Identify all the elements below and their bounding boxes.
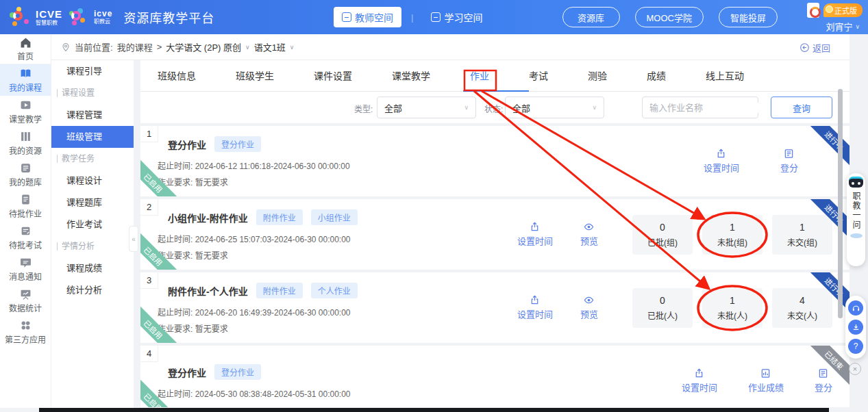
tab-exam[interactable]: 考试 xyxy=(529,60,548,92)
smart-casting-button[interactable]: 智能投屏 xyxy=(719,7,778,27)
stat-unreviewed[interactable]: 1 未批(人) xyxy=(702,288,762,328)
sidebar-item-my-resources[interactable]: 我的资源 xyxy=(0,127,51,159)
main-content: 班级信息 班级学生 课件设置 课堂教学 作业 考试 测验 成绩 线上互动 类型:… xyxy=(140,60,850,407)
type-filter-label: 类型: xyxy=(354,103,373,114)
tab-classroom-teaching[interactable]: 课堂教学 xyxy=(392,60,430,92)
brand-area: ICVE 智慧职教 icve 职教云 资源库教学平台 xyxy=(0,7,214,27)
location-icon xyxy=(61,42,71,52)
scrollbar-thumb[interactable] xyxy=(838,89,843,318)
chevron-down-icon: ∨ xyxy=(290,44,295,51)
submenu-item-course-management[interactable]: 课程管理 xyxy=(51,104,134,126)
homework-title[interactable]: 登分作业 xyxy=(168,365,206,379)
tab-homework[interactable]: 作业 xyxy=(470,60,489,92)
mooc-college-button[interactable]: MOOC学院 xyxy=(635,7,704,27)
chevron-down-icon: ∨ xyxy=(592,104,597,111)
stat-unsubmitted[interactable]: 1 未交(组) xyxy=(772,215,832,255)
status-filter-select[interactable]: 全部 ∨ xyxy=(505,96,604,118)
tab-quiz[interactable]: 测验 xyxy=(588,60,607,92)
download-button[interactable] xyxy=(848,320,863,335)
query-button[interactable]: 查询 xyxy=(771,96,832,118)
homework-title[interactable]: 登分作业 xyxy=(168,138,206,151)
download-icon xyxy=(852,323,860,332)
stat-unreviewed[interactable]: 1 未批(组) xyxy=(702,215,762,255)
icve-zhijiaoyun-logo-icon xyxy=(68,7,88,27)
sidebar-item-my-question-bank[interactable]: 我的题库 xyxy=(0,159,51,190)
close-floating-button[interactable]: × xyxy=(849,363,861,375)
sidebar-item-pending-homework[interactable]: 待批作业 xyxy=(0,190,51,222)
sidebar-item-data-statistics[interactable]: 数据统计 xyxy=(0,285,51,316)
homework-requirement: 作业要求: 暂无要求 xyxy=(158,322,517,334)
homework-grades-button[interactable]: 作业成绩 xyxy=(748,368,784,394)
set-time-button[interactable]: 设置时间 xyxy=(704,149,739,174)
home-label: 首页 xyxy=(17,50,34,62)
cloud-decoration xyxy=(850,233,863,238)
set-time-button[interactable]: 设置时间 xyxy=(517,295,553,320)
platform-title: 资源库教学平台 xyxy=(123,8,214,26)
stat-reviewed[interactable]: 0 已批(人) xyxy=(632,288,693,328)
help-button[interactable]: ? xyxy=(848,339,863,354)
submenu-section-teaching-tasks: 教学任务 xyxy=(51,148,134,170)
stat-unsubmitted[interactable]: 4 未交(人) xyxy=(772,288,832,328)
breadcrumb-bar: 当前位置: 我的课程 > 大学语文 (2P) 原创 ∨ 语文1班 ∨ 返回 xyxy=(51,34,850,60)
chevron-down-icon: ∨ xyxy=(245,44,250,51)
preview-button[interactable]: 预览 xyxy=(580,295,598,320)
user-menu[interactable]: 刘宵宁 ∨ xyxy=(782,20,863,33)
type-filter-select[interactable]: 全部 ∨ xyxy=(377,96,476,118)
breadcrumb-class-dropdown[interactable]: 语文1班 xyxy=(254,40,286,53)
sidebar-item-notifications[interactable]: 消息通知 xyxy=(0,253,51,285)
learning-space-tab[interactable]: 学习空间 xyxy=(423,7,491,27)
set-time-icon xyxy=(530,295,540,305)
breadcrumb-my-courses[interactable]: 我的课程 xyxy=(117,40,153,53)
tab-online-interaction[interactable]: 线上互动 xyxy=(706,60,744,92)
sidebar-item-pending-exams[interactable]: 待批考试 xyxy=(0,222,51,253)
icve2-logo-text: icve 职教云 xyxy=(94,10,112,25)
library-icon xyxy=(20,131,32,142)
teacher-space-tab[interactable]: 教师空间 xyxy=(334,7,401,27)
homework-title[interactable]: 附件作业-个人作业 xyxy=(168,284,248,298)
back-button[interactable]: 返回 xyxy=(799,34,830,60)
homework-type-tag: 登分作业 xyxy=(214,364,261,380)
preview-eye-icon xyxy=(584,295,594,305)
set-time-button[interactable]: 设置时间 xyxy=(517,222,553,247)
icve-logo-text: ICVE 智慧职教 xyxy=(36,9,62,26)
learning-space-label: 学习空间 xyxy=(444,10,482,24)
homework-requirement: 作业要求: 暂无要求 xyxy=(158,176,704,188)
tab-courseware-settings[interactable]: 课件设置 xyxy=(314,60,352,92)
card-index: 3 xyxy=(140,272,158,289)
homework-title[interactable]: 小组作业-附件作业 xyxy=(168,211,248,224)
submenu-section-course-settings: 课程设置 xyxy=(51,82,134,104)
submenu-item-homework-exam[interactable]: 作业考试 xyxy=(51,214,134,235)
tab-class-info[interactable]: 班级信息 xyxy=(158,60,196,92)
assistant-widget[interactable]: 职教一问 xyxy=(847,173,865,266)
chevron-down-icon: ∨ xyxy=(855,23,860,30)
enter-score-button[interactable]: 登分 xyxy=(815,368,832,394)
submenu-item-course-design[interactable]: 课程设计 xyxy=(51,170,134,192)
breadcrumb-course-dropdown[interactable]: 大学语文 (2P) 原创 xyxy=(166,40,241,53)
submenu-item-course-question-bank[interactable]: 课程题库 xyxy=(51,192,134,214)
tab-grades[interactable]: 成绩 xyxy=(647,60,666,92)
sidebar-item-third-party-apps[interactable]: 第三方应用 xyxy=(0,316,51,348)
sidebar-item-my-courses[interactable]: 我的课程 xyxy=(0,64,51,96)
submenu-item-course-guide[interactable]: 课程引导 xyxy=(51,60,134,82)
tab-class-students[interactable]: 班级学生 xyxy=(236,60,274,92)
preview-button[interactable]: 预览 xyxy=(580,222,598,247)
resource-library-button[interactable]: 资源库 xyxy=(562,7,620,27)
status-filter-value: 全部 xyxy=(512,101,530,114)
sidebar-item-classroom-teaching[interactable]: 课堂教学 xyxy=(0,96,51,127)
submenu-item-statistical-analysis[interactable]: 统计分析 xyxy=(51,279,134,301)
license-doc-icon[interactable] xyxy=(807,3,819,18)
customer-service-button[interactable] xyxy=(848,300,863,316)
stat-reviewed[interactable]: 0 已批(组) xyxy=(632,215,693,255)
homework-search-input[interactable] xyxy=(649,103,770,113)
sidebar-item-home[interactable]: 首页 xyxy=(0,34,51,64)
homework-card: 2 小组作业-附件作业 附件作业 小组作业 起止时间: 2024-06-25 1… xyxy=(140,199,850,270)
submenu-item-course-grades[interactable]: 课程成绩 xyxy=(51,257,134,279)
homework-type-tag: 附件作业 xyxy=(256,283,303,298)
set-time-button[interactable]: 设置时间 xyxy=(682,368,717,394)
submenu-item-class-management[interactable]: 班级管理 xyxy=(51,126,134,148)
chevron-down-icon: ∨ xyxy=(464,104,469,111)
app-window: ICVE 智慧职教 icve 职教云 资源库教学平台 教师空间 | 学习空间 资… xyxy=(0,0,868,412)
sidebar-collapse-handle[interactable]: « xyxy=(129,226,138,252)
top-header: ICVE 智慧职教 icve 职教云 资源库教学平台 教师空间 | 学习空间 资… xyxy=(0,0,868,34)
enter-score-button[interactable]: 登分 xyxy=(780,149,798,174)
